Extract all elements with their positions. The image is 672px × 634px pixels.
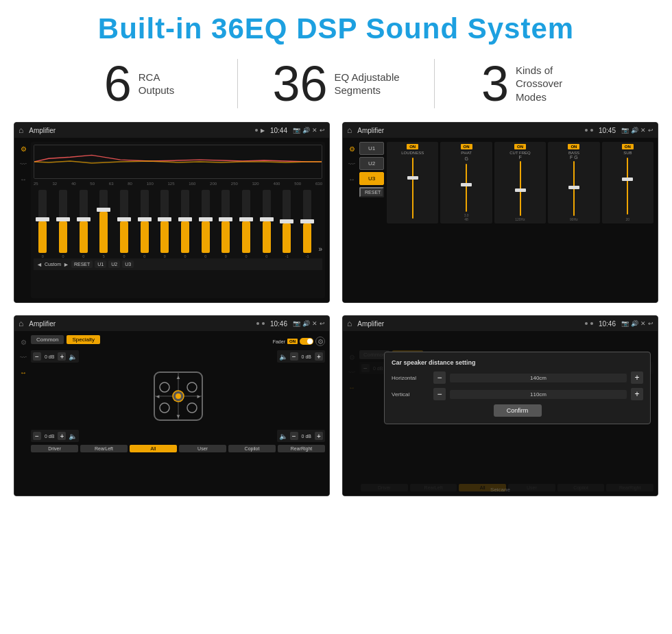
eq-slider-14[interactable]: -1 [298,190,317,258]
eq-close-icon[interactable]: ✕ [312,127,317,134]
fader-user-button[interactable]: User [179,445,226,452]
eq-play-next[interactable]: ► [63,261,69,268]
cross-reset-button[interactable]: RESET [359,187,384,197]
cross-u1-button[interactable]: U1 [359,142,384,155]
page-header: Built-in 36EQ DSP Sound System 6 RCAOutp… [0,0,672,115]
eq-title: Amplifier [26,127,252,134]
fader-settings-icon[interactable]: ⚙ [315,337,325,346]
fader-on-badge[interactable]: ON [287,339,298,344]
dialog-vertical-plus[interactable]: + [631,388,643,400]
fader-toggle[interactable] [300,338,313,345]
fader-common-tab[interactable]: Common [31,335,64,344]
dialog-vertical-row: Vertical − 110cm + [392,388,643,400]
cross-tune-icon[interactable]: ⚙ [348,146,355,153]
fader-rearright-button[interactable]: RearRight [278,445,325,452]
cross-sidebar: ⚙ 〰 ↔ [347,142,357,298]
cross-close-icon[interactable]: ✕ [640,127,646,134]
fader-back-icon[interactable]: ↩ [320,320,325,327]
fader-copilot-button[interactable]: Copilot [228,445,276,452]
eq-u3-button[interactable]: U3 [122,260,134,268]
dialog-vertical-minus[interactable]: − [433,388,446,400]
fader-fr-value: 0 dB [300,354,313,359]
distance-status-bar: ⌂ Amplifier 10:46 📷 🔊 ✕ ↩ [343,316,658,331]
cross-wave-icon[interactable]: 〰 [348,161,355,168]
dialog-confirm-button[interactable]: Confirm [494,404,542,417]
bass-on-badge[interactable]: ON [568,144,579,149]
eq-reset-button[interactable]: RESET [71,260,93,268]
stat-rca: 6 RCAOutputs [41,59,238,108]
fader-rl-minus[interactable]: − [33,432,41,440]
eq-slider-11[interactable]: 0 [237,190,256,258]
fader-rr-minus[interactable]: − [290,432,298,440]
fader-close-icon[interactable]: ✕ [312,320,317,327]
cross-u3-button[interactable]: U3 [359,172,384,185]
sub-on-badge[interactable]: ON [622,144,634,149]
fader-rearleft-button[interactable]: RearLeft [80,445,128,452]
eq-back-icon[interactable]: ↩ [320,127,325,134]
cross-phat: ON PHAT G 3.0 48 [440,142,492,223]
svg-point-6 [187,382,197,392]
fader-rl-plus[interactable]: + [58,432,66,440]
fader-wave-icon[interactable]: 〰 [20,354,27,361]
watermark: Seicane [490,487,510,493]
eq-slider-7[interactable]: 0 [156,190,174,258]
fader-bottom-space [82,430,274,442]
eq-preset-label: Custom [45,262,61,267]
cross-volume-icon: 🔊 [631,127,638,134]
dialog-horizontal-plus[interactable]: + [631,371,643,384]
fader-home-icon[interactable]: ⌂ [19,319,23,328]
phat-on-badge[interactable]: ON [461,144,472,149]
cutfreq-on-badge[interactable]: ON [514,144,526,149]
eq-slider-4[interactable]: 5 [95,190,113,258]
fader-all-button[interactable]: All [130,445,177,452]
dist-close-icon[interactable]: ✕ [640,320,646,327]
eq-u1-button[interactable]: U1 [95,260,106,268]
stat-eq-label: EQ AdjustableSegments [335,71,400,97]
fader-fl-plus[interactable]: + [58,352,66,361]
fader-rr-plus[interactable]: + [315,432,323,440]
fader-driver-button[interactable]: Driver [31,445,78,452]
svg-point-10 [176,393,181,399]
eq-slider-9[interactable]: 0 [196,190,215,258]
cross-speaker-icon[interactable]: ↔ [348,176,355,183]
eq-status-bar: ⌂ Amplifier ▶ 10:44 📷 🔊 ✕ ↩ [14,123,329,138]
fader-fr-minus[interactable]: − [290,352,298,361]
eq-slider-8[interactable]: 0 [176,190,195,258]
fader-specialty-tab[interactable]: Specialty [67,335,99,344]
eq-slider-10[interactable]: 0 [217,190,235,258]
eq-curve [34,145,322,179]
cross-u2-button[interactable]: U2 [359,157,384,170]
eq-play-icon[interactable]: ▶ [261,127,265,134]
eq-scroll-right[interactable]: » [318,245,322,258]
eq-slider-12[interactable]: 0 [257,190,276,258]
fader-zone-rr: 🔈 − 0 dB + [277,430,325,442]
eq-slider-6[interactable]: 0 [135,190,154,258]
cross-back-icon[interactable]: ↩ [648,127,653,134]
eq-u2-button[interactable]: U2 [108,260,120,268]
cross-home-icon[interactable]: ⌂ [347,125,352,135]
fader-fr-plus[interactable]: + [315,352,323,361]
fader-speaker-icon[interactable]: ↔ [20,369,27,376]
eq-home-icon[interactable]: ⌂ [19,125,23,135]
eq-speaker-icon[interactable]: ↔ [20,176,27,183]
eq-slider-5[interactable]: 0 [115,190,134,258]
crossover-screen: ⌂ Amplifier 10:45 📷 🔊 ✕ ↩ ⚙ 〰 ↔ U1 U2 [342,122,658,303]
eq-play-prev[interactable]: ◄ [36,261,43,268]
eq-volume-icon: 🔊 [302,127,310,134]
fader-fl-minus[interactable]: − [33,352,41,361]
fader-tune-icon[interactable]: ⚙ [20,339,27,346]
eq-wave-icon[interactable]: 〰 [20,161,27,168]
eq-slider-2[interactable]: 0 [54,190,73,258]
fader-fl-speaker-icon: 🔈 [69,353,77,361]
loudness-label: LOUDNESS [401,151,424,155]
phat-label: PHAT [461,151,472,155]
dist-back-icon[interactable]: ↩ [648,320,653,327]
dialog-horizontal-minus[interactable]: − [433,371,446,384]
dist-home-icon[interactable]: ⌂ [347,319,352,328]
eq-tune-icon[interactable]: ⚙ [20,146,27,153]
eq-slider-3[interactable]: 0 [74,190,93,258]
eq-slider-1[interactable]: 0 [34,190,52,258]
loudness-on-badge[interactable]: ON [407,144,418,149]
eq-slider-13[interactable]: -1 [278,190,296,258]
eq-icons: 📷 🔊 ✕ ↩ [293,127,325,134]
